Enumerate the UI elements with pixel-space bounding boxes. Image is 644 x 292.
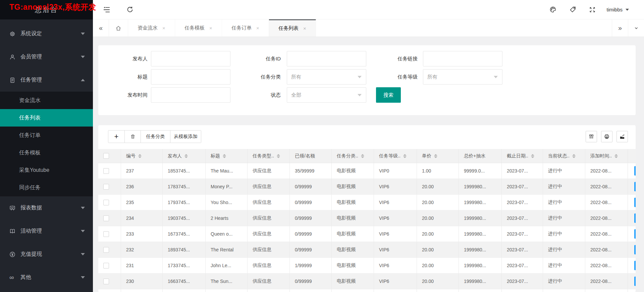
- sort-icon[interactable]: [361, 154, 364, 158]
- table-cell: 0/99999: [290, 242, 332, 257]
- sort-icon[interactable]: [277, 154, 280, 158]
- sort-icon[interactable]: [434, 154, 437, 158]
- row-checkbox[interactable]: [103, 200, 109, 205]
- table-cell: 0/99999: [290, 226, 332, 242]
- table-cell: VIP6: [374, 274, 417, 289]
- collapse-sidebar-icon[interactable]: [103, 6, 110, 13]
- sort-icon[interactable]: [614, 154, 618, 158]
- row-checkbox[interactable]: [103, 263, 109, 269]
- action-button-clipped[interactable]: [634, 198, 636, 207]
- sidebar-item-label: 其他: [20, 274, 31, 281]
- table-cell: 1733745...: [163, 258, 206, 273]
- table-cell-action: [628, 242, 636, 257]
- table-cell: 电影视频: [332, 163, 374, 179]
- close-icon[interactable]: ×: [209, 25, 212, 31]
- sort-icon[interactable]: [223, 154, 226, 158]
- action-button-clipped[interactable]: [634, 213, 636, 223]
- close-icon[interactable]: ×: [256, 25, 259, 31]
- main-area: timibbs « 资金流水×任务模板×任务订单×任务列表× »: [93, 0, 644, 292]
- export-button[interactable]: [616, 131, 628, 142]
- table-cell: 1853745...: [163, 163, 206, 179]
- sort-icon[interactable]: [572, 154, 576, 158]
- sidebar-item-label: 系统设定: [20, 30, 42, 37]
- select-value: 全部: [291, 92, 301, 98]
- sidebar-item-other[interactable]: ∞其他: [0, 266, 93, 289]
- column-header: 单价: [417, 149, 459, 163]
- title-input[interactable]: [151, 69, 230, 85]
- publish-time-input[interactable]: [151, 87, 230, 103]
- table-cell: [543, 289, 585, 292]
- close-icon[interactable]: ×: [303, 26, 306, 31]
- action-button-clipped[interactable]: [634, 245, 636, 254]
- table-cell-action: [628, 210, 636, 226]
- search-button[interactable]: 搜索: [376, 87, 401, 103]
- table-cell: 233: [121, 226, 163, 242]
- sidebar-item-activity-management[interactable]: 活动管理: [0, 220, 93, 243]
- column-header: 添加时间..: [585, 149, 628, 163]
- sidebar-item-member-management[interactable]: 会员管理: [0, 45, 93, 68]
- user-menu[interactable]: timibbs: [606, 7, 629, 12]
- theme-palette-icon[interactable]: [549, 6, 556, 13]
- action-button-clipped[interactable]: [634, 166, 636, 176]
- tabs-scroll-left-button[interactable]: «: [93, 19, 109, 37]
- row-checkbox[interactable]: [103, 247, 109, 253]
- sidebar-item-report-data[interactable]: 报表数据: [0, 196, 93, 220]
- sidebar-item-system-settings[interactable]: 系统设定: [0, 22, 93, 45]
- sort-icon[interactable]: [138, 154, 142, 158]
- tab-task-list[interactable]: 任务列表×: [269, 19, 316, 37]
- select-all-checkbox[interactable]: [103, 153, 109, 159]
- columns-filter-button[interactable]: [586, 131, 597, 142]
- tab-task-template[interactable]: 任务模板×: [175, 19, 222, 37]
- task-category-button[interactable]: 任务分类: [141, 131, 170, 143]
- row-checkbox[interactable]: [103, 184, 109, 190]
- tabs-scroll-right-button[interactable]: »: [612, 19, 628, 37]
- sidebar-subitem-task-template[interactable]: 任务模板: [0, 144, 93, 161]
- publisher-input[interactable]: [151, 51, 230, 66]
- task-category-select[interactable]: 所有: [287, 69, 366, 85]
- table-cell-action: [628, 226, 636, 242]
- fullscreen-icon[interactable]: [589, 6, 596, 13]
- close-icon[interactable]: ×: [162, 25, 165, 31]
- add-from-template-button[interactable]: 从模板添加: [170, 131, 201, 143]
- column-header-label: 编号: [126, 153, 136, 159]
- add-button[interactable]: +: [108, 131, 124, 143]
- tab-funds-flow[interactable]: 资金流水×: [128, 19, 175, 37]
- sidebar-subitem-funds-flow[interactable]: 资金流水: [0, 92, 93, 109]
- row-checkbox[interactable]: [103, 168, 109, 174]
- table-row: 2321893745...The Rental供应信息0/99999电影视频VI…: [98, 242, 636, 258]
- action-button-clipped[interactable]: [634, 182, 636, 191]
- sidebar-item-task-management[interactable]: 任务管理: [0, 68, 93, 92]
- action-button-clipped[interactable]: [634, 261, 636, 270]
- row-checkbox[interactable]: [103, 215, 109, 221]
- row-checkbox[interactable]: [103, 231, 109, 237]
- tab-task-order[interactable]: 任务订单×: [222, 19, 269, 37]
- sidebar-subitem-task-list[interactable]: 任务列表: [0, 109, 93, 127]
- sidebar-subitem-collect-youtube[interactable]: 采集Youtube: [0, 161, 93, 179]
- delete-button[interactable]: [124, 131, 141, 143]
- sidebar-subitem-task-order[interactable]: 任务订单: [0, 127, 93, 144]
- task-level-select[interactable]: 所有: [423, 69, 502, 85]
- home-tab[interactable]: [109, 19, 128, 37]
- sidebar-item-recharge-withdraw[interactable]: 充值提现: [0, 243, 93, 266]
- print-button[interactable]: [601, 131, 612, 142]
- action-button-clipped[interactable]: [634, 229, 636, 239]
- chevron-down-icon: [626, 9, 629, 11]
- status-select[interactable]: 全部: [287, 87, 366, 103]
- chart-icon: [9, 205, 16, 211]
- table-cell: You Sho...: [206, 195, 248, 210]
- task-link-input[interactable]: [423, 51, 502, 66]
- refresh-icon[interactable]: [126, 6, 133, 13]
- tabs-menu-button[interactable]: [628, 19, 644, 37]
- tag-icon[interactable]: [569, 6, 576, 13]
- sidebar-item-label: 活动管理: [20, 228, 42, 235]
- table-cell: [332, 289, 374, 292]
- column-header: 截止日期..: [502, 149, 543, 163]
- action-button-clipped[interactable]: [634, 277, 636, 286]
- task-id-input[interactable]: [287, 51, 366, 66]
- sidebar-subitem-sync-task[interactable]: 同步任务: [0, 179, 93, 196]
- row-checkbox[interactable]: [103, 279, 109, 284]
- sort-icon[interactable]: [184, 154, 188, 158]
- sort-icon[interactable]: [531, 154, 534, 158]
- sort-icon[interactable]: [403, 154, 407, 158]
- tab-label: 资金流水: [138, 25, 158, 31]
